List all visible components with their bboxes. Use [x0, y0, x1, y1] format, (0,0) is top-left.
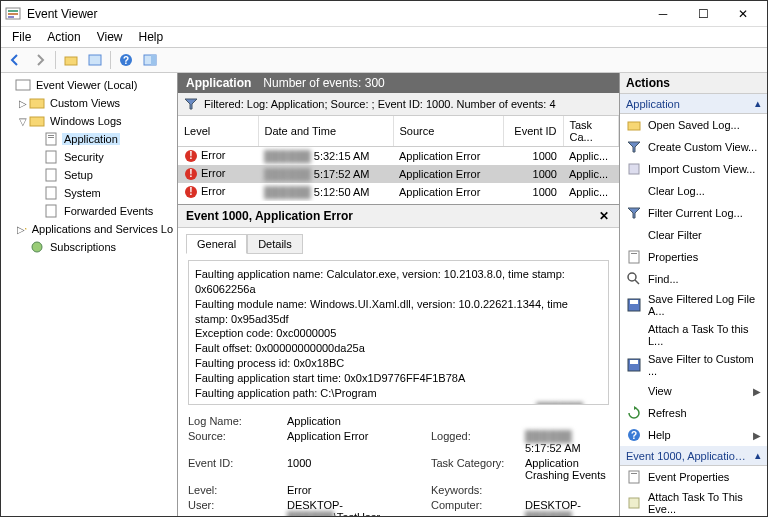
svg-rect-9: [151, 55, 156, 65]
tree-security[interactable]: Security: [3, 148, 175, 166]
action-attach-a-task-to-this-l[interactable]: Attach a Task To this L...: [620, 320, 767, 350]
v-logged: ██████ 5:17:52 AM: [525, 430, 609, 454]
props-icon: [626, 249, 642, 265]
props-icon: [626, 469, 642, 485]
action-pane-button[interactable]: [139, 49, 161, 71]
menu-action[interactable]: Action: [40, 28, 87, 46]
properties-button[interactable]: [84, 49, 106, 71]
tree-setup[interactable]: Setup: [3, 166, 175, 184]
detail-header: Event 1000, Application Error ✕: [178, 205, 619, 228]
svg-rect-18: [46, 187, 56, 199]
filter-icon: [184, 97, 198, 111]
action-save-filter-to-custom[interactable]: Save Filter to Custom ...: [620, 350, 767, 380]
action-label: Save Filter to Custom ...: [648, 353, 761, 377]
menu-view[interactable]: View: [90, 28, 130, 46]
detail-text[interactable]: Faulting application name: Calculator.ex…: [188, 260, 609, 405]
action-filter-current-log[interactable]: Filter Current Log...: [620, 202, 767, 224]
minimize-button[interactable]: ─: [643, 3, 683, 25]
col-eventid[interactable]: Event ID: [503, 116, 563, 147]
svg-rect-31: [631, 253, 637, 254]
folder-icon: [64, 53, 78, 67]
svg-text:!: !: [189, 186, 192, 197]
action-open-saved-log[interactable]: Open Saved Log...: [620, 114, 767, 136]
detail-properties: Log Name:Application Source:Application …: [188, 415, 609, 516]
action-create-custom-view[interactable]: Create Custom View...: [620, 136, 767, 158]
log-icon: [43, 167, 59, 183]
folder-icon: [29, 113, 45, 129]
svg-rect-40: [629, 471, 639, 483]
center-header: Application Number of events: 300: [178, 73, 619, 93]
detail-body: Faulting application name: Calculator.ex…: [178, 254, 619, 516]
tree-application[interactable]: Application: [3, 130, 175, 148]
tree-custom-views[interactable]: ▷Custom Views: [3, 94, 175, 112]
menu-file[interactable]: File: [5, 28, 38, 46]
table-row[interactable]: !Error██████ 5:12:50 AMApplication Error…: [178, 183, 619, 201]
tree-system[interactable]: System: [3, 184, 175, 202]
action-event-properties[interactable]: Event Properties: [620, 466, 767, 488]
v-eventid: 1000: [287, 457, 427, 481]
svg-rect-37: [630, 360, 638, 364]
tree-apps-services[interactable]: ▷Applications and Services Lo: [3, 220, 175, 238]
help-icon: ?: [119, 53, 133, 67]
center-panel: Application Number of events: 300 Filter…: [178, 73, 620, 516]
filter-bar: Filtered: Log: Application; Source: ; Ev…: [178, 93, 619, 116]
find-icon: [626, 271, 642, 287]
center-title: Application: [186, 76, 251, 90]
menu-help[interactable]: Help: [132, 28, 171, 46]
action-label: Clear Filter: [648, 229, 702, 241]
tab-general[interactable]: General: [186, 234, 247, 254]
col-source[interactable]: Source: [393, 116, 503, 147]
action-save-filtered-log-file-a[interactable]: Save Filtered Log File A...: [620, 290, 767, 320]
action-refresh[interactable]: Refresh: [620, 402, 767, 424]
col-task[interactable]: Task Ca...: [563, 116, 619, 147]
actions-section-application[interactable]: Application▴: [620, 94, 767, 114]
tree-root[interactable]: Event Viewer (Local): [3, 76, 175, 94]
event-count: Number of events: 300: [263, 76, 384, 90]
k-eventid: Event ID:: [188, 457, 283, 481]
table-row[interactable]: !Error██████ 5:17:52 AMApplication Error…: [178, 165, 619, 183]
log-icon: [43, 149, 59, 165]
actions-section-event[interactable]: Event 1000, Application Error▴: [620, 446, 767, 466]
forward-button[interactable]: [29, 49, 51, 71]
table-row[interactable]: !Error██████ 5:32:15 AMApplication Error…: [178, 147, 619, 166]
back-button[interactable]: [5, 49, 27, 71]
action-properties[interactable]: Properties: [620, 246, 767, 268]
maximize-button[interactable]: ☐: [683, 3, 723, 25]
action-find[interactable]: Find...: [620, 268, 767, 290]
app-icon: [5, 6, 21, 22]
svg-rect-30: [629, 251, 639, 263]
detail-close-button[interactable]: ✕: [597, 209, 611, 223]
help-button[interactable]: ?: [115, 49, 137, 71]
col-level[interactable]: Level: [178, 116, 258, 147]
v-taskcat: Application Crashing Events: [525, 457, 609, 481]
tree-windows-logs[interactable]: ▽Windows Logs: [3, 112, 175, 130]
col-date[interactable]: Date and Time: [258, 116, 393, 147]
tab-details[interactable]: Details: [247, 234, 303, 254]
log-icon: [43, 203, 59, 219]
action-clear-log[interactable]: Clear Log...: [620, 180, 767, 202]
action-help[interactable]: ?Help▶: [620, 424, 767, 446]
v-source: Application Error: [287, 430, 427, 454]
save-icon: [626, 297, 642, 313]
action-attach-task-to-this-eve[interactable]: Attach Task To This Eve...: [620, 488, 767, 516]
k-keywords: Keywords:: [431, 484, 521, 496]
svg-rect-3: [8, 16, 14, 18]
collapse-icon: ▴: [755, 97, 761, 110]
tree-subscriptions[interactable]: Subscriptions: [3, 238, 175, 256]
close-button[interactable]: ✕: [723, 3, 763, 25]
svg-rect-15: [48, 137, 54, 138]
show-hide-tree-button[interactable]: [60, 49, 82, 71]
import-icon: [626, 161, 642, 177]
action-view[interactable]: View▶: [620, 380, 767, 402]
action-clear-filter[interactable]: Clear Filter: [620, 224, 767, 246]
svg-rect-41: [631, 473, 637, 474]
action-import-custom-view[interactable]: Import Custom View...: [620, 158, 767, 180]
navigation-tree-panel: Event Viewer (Local) ▷Custom Views ▽Wind…: [1, 73, 178, 516]
tree-forwarded[interactable]: Forwarded Events: [3, 202, 175, 220]
folder-icon: [25, 221, 27, 237]
k-computer: Computer:: [431, 499, 521, 516]
event-detail-panel: Event 1000, Application Error ✕ General …: [178, 204, 619, 516]
action-label: Open Saved Log...: [648, 119, 740, 131]
action-label: Attach a Task To this L...: [648, 323, 761, 347]
toolbar-separator: [110, 51, 111, 69]
